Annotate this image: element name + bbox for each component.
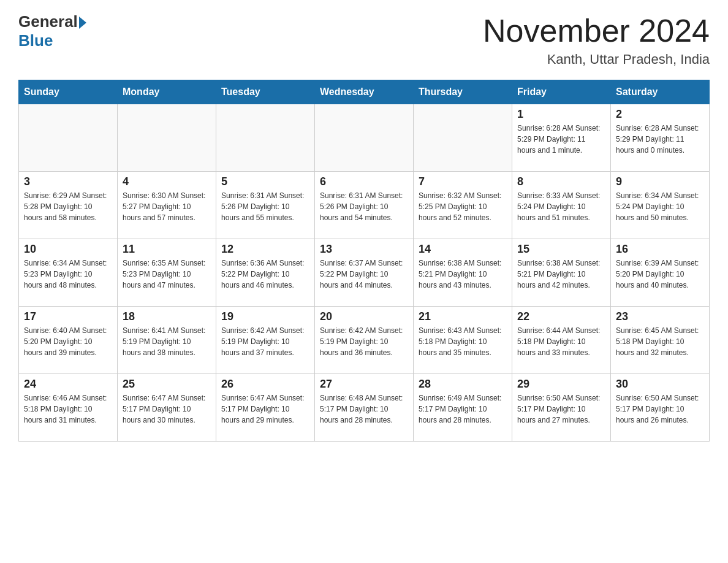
- day-number: 11: [123, 243, 211, 256]
- calendar-cell: 28Sunrise: 6:49 AM Sunset: 5:17 PM Dayli…: [414, 374, 512, 442]
- day-number: 5: [221, 175, 309, 188]
- calendar-cell: 12Sunrise: 6:36 AM Sunset: 5:22 PM Dayli…: [216, 239, 315, 307]
- day-info: Sunrise: 6:29 AM Sunset: 5:28 PM Dayligh…: [24, 190, 112, 223]
- calendar-cell: 6Sunrise: 6:31 AM Sunset: 5:26 PM Daylig…: [315, 172, 414, 239]
- day-number: 10: [24, 243, 112, 256]
- day-number: 7: [419, 175, 507, 188]
- day-number: 29: [517, 378, 605, 391]
- calendar-cell: 10Sunrise: 6:34 AM Sunset: 5:23 PM Dayli…: [19, 239, 118, 307]
- page-header: General Blue November 2024 Kanth, Uttar …: [18, 12, 710, 67]
- day-info: Sunrise: 6:44 AM Sunset: 5:18 PM Dayligh…: [517, 325, 605, 358]
- calendar-header-thursday: Thursday: [414, 80, 512, 104]
- calendar-cell: [216, 104, 315, 172]
- week-row-5: 24Sunrise: 6:46 AM Sunset: 5:18 PM Dayli…: [19, 374, 710, 442]
- calendar-cell: 26Sunrise: 6:47 AM Sunset: 5:17 PM Dayli…: [216, 374, 315, 442]
- calendar-cell: 18Sunrise: 6:41 AM Sunset: 5:19 PM Dayli…: [118, 307, 216, 374]
- day-info: Sunrise: 6:31 AM Sunset: 5:26 PM Dayligh…: [320, 190, 408, 223]
- calendar-cell: [315, 104, 414, 172]
- day-info: Sunrise: 6:32 AM Sunset: 5:25 PM Dayligh…: [419, 190, 507, 223]
- calendar-cell: 14Sunrise: 6:38 AM Sunset: 5:21 PM Dayli…: [414, 239, 512, 307]
- day-number: 6: [320, 175, 408, 188]
- day-number: 28: [419, 378, 507, 391]
- day-info: Sunrise: 6:43 AM Sunset: 5:18 PM Dayligh…: [419, 325, 507, 358]
- day-info: Sunrise: 6:28 AM Sunset: 5:29 PM Dayligh…: [616, 123, 704, 156]
- calendar-cell: 22Sunrise: 6:44 AM Sunset: 5:18 PM Dayli…: [512, 307, 611, 374]
- calendar-header-sunday: Sunday: [19, 80, 118, 104]
- day-number: 17: [24, 310, 112, 323]
- calendar-header-row: SundayMondayTuesdayWednesdayThursdayFrid…: [19, 80, 710, 104]
- calendar-cell: 4Sunrise: 6:30 AM Sunset: 5:27 PM Daylig…: [118, 172, 216, 239]
- day-info: Sunrise: 6:37 AM Sunset: 5:22 PM Dayligh…: [320, 258, 408, 291]
- day-info: Sunrise: 6:47 AM Sunset: 5:17 PM Dayligh…: [221, 393, 309, 426]
- title-area: November 2024 Kanth, Uttar Pradesh, Indi…: [483, 12, 710, 67]
- day-number: 9: [616, 175, 704, 188]
- day-info: Sunrise: 6:33 AM Sunset: 5:24 PM Dayligh…: [517, 190, 605, 223]
- day-number: 22: [517, 310, 605, 323]
- calendar-cell: 13Sunrise: 6:37 AM Sunset: 5:22 PM Dayli…: [315, 239, 414, 307]
- calendar-cell: 2Sunrise: 6:28 AM Sunset: 5:29 PM Daylig…: [611, 104, 710, 172]
- calendar-cell: 15Sunrise: 6:38 AM Sunset: 5:21 PM Dayli…: [512, 239, 611, 307]
- day-info: Sunrise: 6:42 AM Sunset: 5:19 PM Dayligh…: [221, 325, 309, 358]
- day-info: Sunrise: 6:34 AM Sunset: 5:23 PM Dayligh…: [24, 258, 112, 291]
- calendar-cell: 20Sunrise: 6:42 AM Sunset: 5:19 PM Dayli…: [315, 307, 414, 374]
- day-number: 27: [320, 378, 408, 391]
- day-number: 3: [24, 175, 112, 188]
- logo-blue-label: Blue: [18, 31, 53, 50]
- day-number: 21: [419, 310, 507, 323]
- day-info: Sunrise: 6:42 AM Sunset: 5:19 PM Dayligh…: [320, 325, 408, 358]
- day-number: 25: [123, 378, 211, 391]
- location-title: Kanth, Uttar Pradesh, India: [483, 52, 710, 67]
- day-info: Sunrise: 6:50 AM Sunset: 5:17 PM Dayligh…: [616, 393, 704, 426]
- day-info: Sunrise: 6:34 AM Sunset: 5:24 PM Dayligh…: [616, 190, 704, 223]
- calendar-cell: 7Sunrise: 6:32 AM Sunset: 5:25 PM Daylig…: [414, 172, 512, 239]
- day-number: 14: [419, 243, 507, 256]
- calendar-cell: 30Sunrise: 6:50 AM Sunset: 5:17 PM Dayli…: [611, 374, 710, 442]
- day-number: 16: [616, 243, 704, 256]
- day-number: 19: [221, 310, 309, 323]
- logo-general-text: General: [18, 12, 86, 31]
- day-number: 30: [616, 378, 704, 391]
- calendar-cell: 3Sunrise: 6:29 AM Sunset: 5:28 PM Daylig…: [19, 172, 118, 239]
- logo: General Blue: [18, 12, 86, 50]
- day-number: 4: [123, 175, 211, 188]
- day-number: 23: [616, 310, 704, 323]
- day-number: 8: [517, 175, 605, 188]
- calendar-cell: 27Sunrise: 6:48 AM Sunset: 5:17 PM Dayli…: [315, 374, 414, 442]
- day-info: Sunrise: 6:38 AM Sunset: 5:21 PM Dayligh…: [419, 258, 507, 291]
- day-number: 15: [517, 243, 605, 256]
- day-info: Sunrise: 6:39 AM Sunset: 5:20 PM Dayligh…: [616, 258, 704, 291]
- calendar-cell: 16Sunrise: 6:39 AM Sunset: 5:20 PM Dayli…: [611, 239, 710, 307]
- calendar-header-wednesday: Wednesday: [315, 80, 414, 104]
- day-info: Sunrise: 6:30 AM Sunset: 5:27 PM Dayligh…: [123, 190, 211, 223]
- calendar-cell: 25Sunrise: 6:47 AM Sunset: 5:17 PM Dayli…: [118, 374, 216, 442]
- calendar-table: SundayMondayTuesdayWednesdayThursdayFrid…: [18, 80, 710, 442]
- day-info: Sunrise: 6:28 AM Sunset: 5:29 PM Dayligh…: [517, 123, 605, 156]
- calendar-header-monday: Monday: [118, 80, 216, 104]
- day-info: Sunrise: 6:45 AM Sunset: 5:18 PM Dayligh…: [616, 325, 704, 358]
- calendar-cell: 8Sunrise: 6:33 AM Sunset: 5:24 PM Daylig…: [512, 172, 611, 239]
- calendar-header-tuesday: Tuesday: [216, 80, 315, 104]
- week-row-4: 17Sunrise: 6:40 AM Sunset: 5:20 PM Dayli…: [19, 307, 710, 374]
- day-info: Sunrise: 6:36 AM Sunset: 5:22 PM Dayligh…: [221, 258, 309, 291]
- day-info: Sunrise: 6:35 AM Sunset: 5:23 PM Dayligh…: [123, 258, 211, 291]
- day-number: 26: [221, 378, 309, 391]
- day-info: Sunrise: 6:40 AM Sunset: 5:20 PM Dayligh…: [24, 325, 112, 358]
- calendar-cell: [118, 104, 216, 172]
- calendar-cell: 21Sunrise: 6:43 AM Sunset: 5:18 PM Dayli…: [414, 307, 512, 374]
- calendar-cell: 11Sunrise: 6:35 AM Sunset: 5:23 PM Dayli…: [118, 239, 216, 307]
- day-info: Sunrise: 6:48 AM Sunset: 5:17 PM Dayligh…: [320, 393, 408, 426]
- month-title: November 2024: [483, 12, 710, 49]
- calendar-cell: 9Sunrise: 6:34 AM Sunset: 5:24 PM Daylig…: [611, 172, 710, 239]
- calendar-cell: 24Sunrise: 6:46 AM Sunset: 5:18 PM Dayli…: [19, 374, 118, 442]
- calendar-cell: 29Sunrise: 6:50 AM Sunset: 5:17 PM Dayli…: [512, 374, 611, 442]
- day-info: Sunrise: 6:41 AM Sunset: 5:19 PM Dayligh…: [123, 325, 211, 358]
- calendar-cell: [414, 104, 512, 172]
- logo-general-label: General: [18, 12, 78, 31]
- day-info: Sunrise: 6:50 AM Sunset: 5:17 PM Dayligh…: [517, 393, 605, 426]
- week-row-2: 3Sunrise: 6:29 AM Sunset: 5:28 PM Daylig…: [19, 172, 710, 239]
- week-row-3: 10Sunrise: 6:34 AM Sunset: 5:23 PM Dayli…: [19, 239, 710, 307]
- calendar-cell: 23Sunrise: 6:45 AM Sunset: 5:18 PM Dayli…: [611, 307, 710, 374]
- week-row-1: 1Sunrise: 6:28 AM Sunset: 5:29 PM Daylig…: [19, 104, 710, 172]
- calendar-cell: [19, 104, 118, 172]
- calendar-cell: 19Sunrise: 6:42 AM Sunset: 5:19 PM Dayli…: [216, 307, 315, 374]
